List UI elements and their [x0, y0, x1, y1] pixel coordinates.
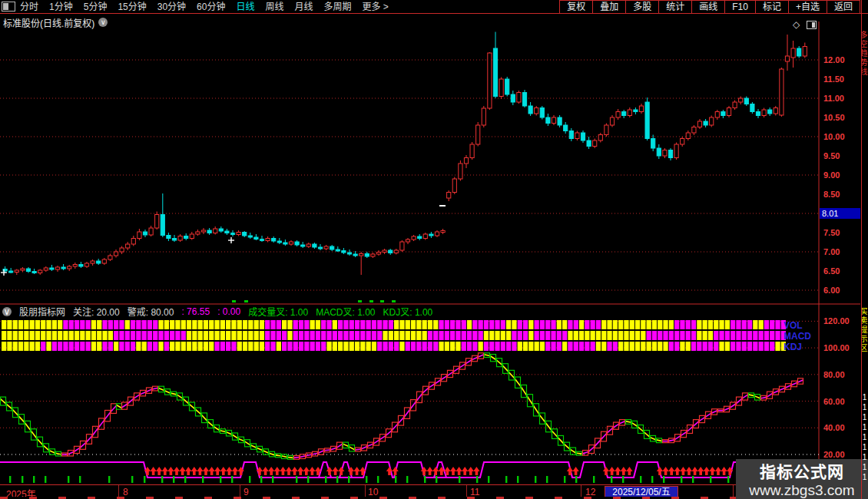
buy-arrows	[144, 467, 734, 475]
indicator-header-item-3: : 0.00	[217, 306, 240, 317]
indicator-gridlines	[0, 321, 819, 454]
indicator-header-item-5: MACD叉: 1.00	[316, 305, 375, 318]
indicator-header: ∨ 股朋指标网 关注: 20.00警戒: 80.00: 76.55: 0.00成…	[2, 306, 432, 317]
green-ticks	[9, 476, 747, 483]
block-row-label-MACD: MACD	[784, 331, 811, 342]
date-label-11: 11	[470, 487, 479, 497]
indicator-header-item-2: : 76.55	[181, 306, 210, 317]
right-strip-text-top: 多空趋势线	[862, 31, 868, 284]
watermark: 指标公式网 www.zbgs3.com	[736, 459, 868, 499]
signal-blocks: VOLMACDKDJ	[2, 320, 811, 352]
indicator-header-item-0: 关注: 20.00	[73, 305, 120, 318]
kdj-wave	[0, 353, 803, 460]
right-strip-numbers: 111111111	[862, 393, 868, 485]
date-label-8: 8	[123, 487, 128, 497]
right-edge-strip: 多空趋势线 买卖提示区 111111111	[861, 0, 868, 499]
date-label-12: 12	[585, 487, 595, 497]
panel-borders	[0, 21, 860, 498]
date-label-9: 9	[244, 487, 249, 497]
watermark-title: 指标公式网	[760, 459, 844, 482]
right-strip-text-mid: 买卖提示区	[862, 307, 868, 392]
indicator-header-item-6: KDJ叉: 1.00	[383, 305, 433, 318]
indicator-collapse-icon[interactable]: ∨	[2, 307, 12, 316]
block-row-label-KDJ: KDJ	[784, 342, 802, 352]
indicator-header-item-1: 警戒: 80.00	[128, 305, 174, 318]
main-gridlines	[0, 60, 819, 290]
date-label-10: 10	[368, 487, 378, 497]
block-row-label-VOL: VOL	[784, 320, 803, 331]
indicator-name: 股朋指标网	[19, 305, 65, 318]
candles-layer	[3, 32, 807, 276]
indicator-header-item-4: 成交量叉: 1.00	[248, 305, 308, 318]
chart-canvas[interactable]: VOLMACDKDJ	[0, 0, 868, 499]
app-window: { "toolbar": { "tabs": [ {"label":"分时","…	[0, 0, 868, 499]
watermark-url: www.zbgs3.com	[749, 482, 854, 499]
